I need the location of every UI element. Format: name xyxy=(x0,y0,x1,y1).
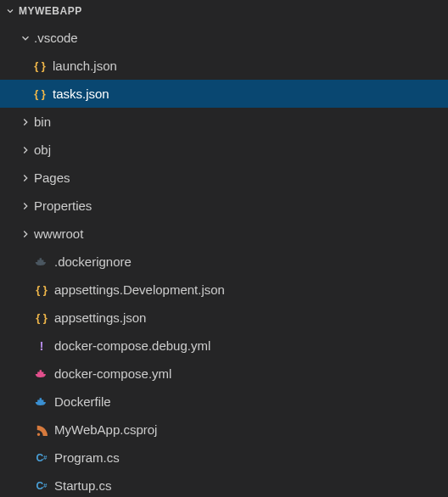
file-label: Startup.cs xyxy=(54,478,112,493)
file-label: docker-compose.debug.yml xyxy=(54,338,210,353)
file-launch-json[interactable]: { } launch.json xyxy=(0,52,448,80)
folder-properties[interactable]: Properties xyxy=(0,192,448,220)
file-dockerfile[interactable]: Dockerfile xyxy=(0,388,448,416)
folder-wwwroot[interactable]: wwwroot xyxy=(0,220,448,248)
chevron-right-icon xyxy=(19,200,32,212)
folder-label: wwwroot xyxy=(34,226,83,241)
folder-label: obj xyxy=(34,142,51,157)
file-label: Program.cs xyxy=(54,450,120,465)
file-label: docker-compose.yml xyxy=(54,366,171,381)
file-label: tasks.json xyxy=(53,87,109,101)
folder-label: Properties xyxy=(34,198,92,213)
yaml-icon: ! xyxy=(34,338,49,353)
docker-icon xyxy=(34,257,49,267)
folder-bin[interactable]: bin xyxy=(0,108,448,136)
section-title: MYWEBAPP xyxy=(19,5,82,17)
json-icon: { } xyxy=(32,87,48,100)
chevron-right-icon xyxy=(19,172,32,184)
json-icon: { } xyxy=(32,59,48,72)
file-label: Dockerfile xyxy=(54,394,111,409)
xml-icon xyxy=(34,424,49,436)
folder-obj[interactable]: obj xyxy=(0,136,448,164)
docker-compose-icon xyxy=(34,369,49,379)
chevron-right-icon xyxy=(19,228,32,240)
chevron-down-icon xyxy=(5,6,15,16)
file-compose-debug[interactable]: ! docker-compose.debug.yml xyxy=(0,332,448,360)
folder-pages[interactable]: Pages xyxy=(0,164,448,192)
chevron-down-icon xyxy=(19,32,32,44)
chevron-right-icon xyxy=(19,144,32,156)
file-startup-cs[interactable]: C# Startup.cs xyxy=(0,472,448,497)
csharp-icon: C# xyxy=(34,480,49,492)
file-label: MyWebApp.csproj xyxy=(54,422,157,437)
chevron-right-icon xyxy=(19,116,32,128)
file-dockerignore[interactable]: .dockerignore xyxy=(0,248,448,276)
file-compose[interactable]: docker-compose.yml xyxy=(0,360,448,388)
folder-label: Pages xyxy=(34,170,70,185)
folder-vscode[interactable]: .vscode xyxy=(0,24,448,52)
file-label: appsettings.Development.json xyxy=(54,282,225,297)
file-label: launch.json xyxy=(53,59,117,73)
json-icon: { } xyxy=(34,283,49,296)
folder-label: bin xyxy=(34,114,51,129)
file-label: .dockerignore xyxy=(54,254,132,269)
file-tasks-json[interactable]: { } tasks.json xyxy=(0,80,448,108)
explorer-section-header[interactable]: MYWEBAPP xyxy=(0,0,448,22)
file-program-cs[interactable]: C# Program.cs xyxy=(0,444,448,472)
file-appsettings[interactable]: { } appsettings.json xyxy=(0,304,448,332)
csharp-icon: C# xyxy=(34,452,49,464)
docker-icon xyxy=(34,397,49,407)
json-icon: { } xyxy=(34,311,49,324)
file-tree: .vscode { } launch.json { } tasks.json b… xyxy=(0,22,448,497)
file-label: appsettings.json xyxy=(54,310,146,325)
file-csproj[interactable]: MyWebApp.csproj xyxy=(0,416,448,444)
folder-label: .vscode xyxy=(34,31,78,45)
file-appsettings-dev[interactable]: { } appsettings.Development.json xyxy=(0,276,448,304)
